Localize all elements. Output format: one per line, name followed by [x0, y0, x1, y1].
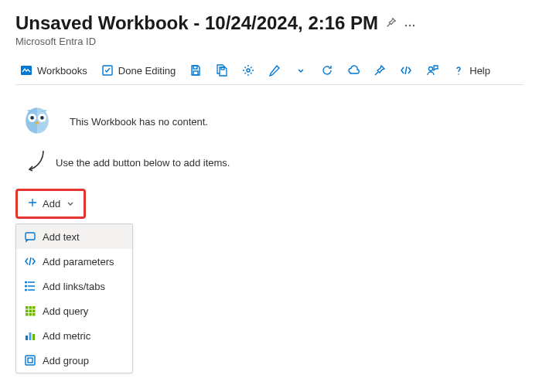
advanced-editor-button[interactable]	[395, 61, 417, 80]
toolbar: Workbooks Done Editing Help	[15, 56, 524, 85]
svg-point-0	[405, 24, 407, 26]
svg-rect-30	[32, 334, 35, 340]
grid-icon	[24, 305, 36, 317]
gear-icon	[242, 64, 254, 77]
curve-arrow-icon	[25, 149, 46, 175]
svg-rect-19	[26, 306, 29, 309]
group-icon	[24, 354, 36, 366]
add-dropdown: Add text Add parameters Add links/tabs A…	[15, 223, 133, 373]
help-icon	[452, 64, 465, 77]
svg-rect-26	[29, 313, 32, 316]
svg-point-9	[429, 67, 433, 71]
svg-rect-25	[26, 313, 29, 316]
svg-rect-20	[29, 306, 32, 309]
add-metric-label: Add metric	[43, 330, 90, 342]
add-query-label: Add query	[43, 305, 88, 317]
workbooks-icon	[20, 64, 32, 77]
svg-rect-23	[29, 310, 32, 313]
svg-rect-31	[26, 356, 35, 365]
done-editing-label: Done Editing	[118, 65, 176, 77]
person-feedback-icon	[426, 64, 438, 77]
svg-point-17	[26, 285, 27, 287]
chevron-down-icon	[295, 64, 307, 77]
svg-rect-32	[28, 358, 32, 363]
share-button[interactable]	[343, 61, 364, 80]
add-text-item[interactable]: Add text	[16, 224, 132, 249]
save-as-icon	[216, 64, 228, 77]
more-icon[interactable]	[404, 18, 415, 29]
svg-rect-5	[193, 66, 197, 69]
settings-button[interactable]	[237, 61, 259, 80]
parameters-icon	[24, 255, 36, 268]
edit-button[interactable]	[264, 61, 285, 80]
list-icon	[24, 280, 36, 292]
add-button-label: Add	[43, 198, 60, 210]
add-query-item[interactable]: Add query	[16, 298, 132, 323]
workbooks-button[interactable]: Workbooks	[15, 61, 92, 80]
svg-point-18	[26, 289, 27, 291]
add-button[interactable]: Add	[21, 193, 80, 215]
bar-chart-icon	[24, 329, 36, 342]
refresh-icon	[321, 64, 333, 77]
chevron-down-icon	[67, 198, 74, 210]
done-editing-icon	[101, 64, 114, 77]
add-links-tabs-label: Add links/tabs	[43, 281, 105, 292]
svg-rect-27	[32, 313, 36, 316]
pin-toolbar-icon	[374, 64, 386, 77]
svg-rect-22	[26, 310, 29, 313]
pencil-icon	[268, 64, 281, 77]
text-icon	[24, 230, 36, 243]
save-as-button[interactable]	[211, 61, 233, 80]
pin-icon[interactable]	[386, 17, 397, 30]
add-parameters-label: Add parameters	[43, 256, 114, 268]
empty-state-message: This Workbook has no content.	[70, 116, 208, 128]
add-group-label: Add group	[43, 355, 89, 366]
hint-text: Use the add button below to add items.	[56, 157, 230, 169]
code-icon	[400, 64, 412, 77]
help-button[interactable]: Help	[448, 61, 495, 80]
svg-rect-6	[193, 71, 198, 75]
pin-toolbar-button[interactable]	[369, 61, 391, 80]
page-title: Unsaved Workbook - 10/24/2024, 2:16 PM	[15, 12, 378, 34]
add-links-tabs-item[interactable]: Add links/tabs	[16, 274, 132, 298]
save-button[interactable]	[185, 61, 206, 80]
svg-rect-29	[29, 332, 32, 340]
empty-state: This Workbook has no content.	[20, 104, 519, 140]
svg-rect-15	[26, 233, 35, 240]
svg-rect-28	[26, 336, 28, 340]
help-label: Help	[469, 65, 490, 77]
svg-point-16	[26, 281, 27, 283]
owl-icon	[20, 104, 54, 140]
svg-point-10	[458, 73, 459, 75]
done-editing-button[interactable]: Done Editing	[97, 61, 180, 80]
workbooks-label: Workbooks	[37, 65, 87, 77]
svg-rect-21	[32, 306, 36, 309]
add-text-label: Add text	[43, 231, 80, 243]
hint-row: Use the add button below to add items.	[25, 149, 524, 175]
plus-icon	[27, 197, 38, 210]
svg-point-8	[247, 69, 250, 72]
svg-point-1	[409, 24, 411, 26]
feedback-button[interactable]	[421, 61, 443, 80]
add-group-item[interactable]: Add group	[16, 348, 132, 373]
save-icon	[189, 64, 202, 77]
svg-rect-24	[32, 310, 36, 313]
svg-point-14	[40, 116, 44, 120]
svg-point-13	[30, 116, 34, 120]
refresh-button[interactable]	[316, 61, 338, 80]
svg-point-2	[413, 24, 414, 26]
page-subtitle: Microsoft Entra ID	[15, 36, 524, 47]
edit-dropdown-button[interactable]	[290, 61, 312, 80]
cloud-icon	[347, 64, 360, 77]
add-parameters-item[interactable]: Add parameters	[16, 249, 132, 274]
add-button-highlight: Add	[15, 189, 86, 219]
add-metric-item[interactable]: Add metric	[16, 323, 132, 348]
